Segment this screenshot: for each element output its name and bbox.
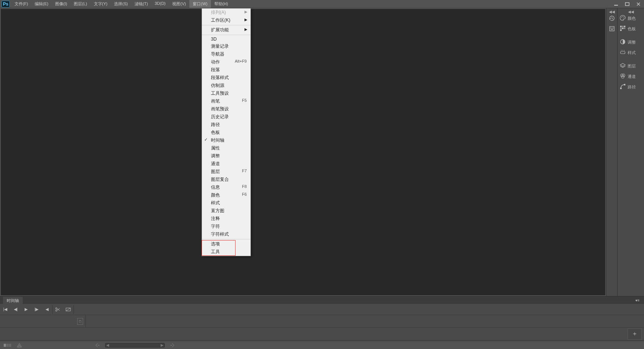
color-icon [620, 15, 626, 22]
menu-type[interactable]: 文字(Y) [91, 0, 111, 8]
svg-line-5 [612, 18, 613, 19]
menu-item-属性[interactable]: 属性 [202, 144, 250, 152]
svg-rect-6 [610, 26, 614, 31]
panel-styles[interactable]: 样式 [618, 47, 644, 58]
menu-item-信息[interactable]: 信息F8 [202, 183, 250, 191]
menu-item-工作区k[interactable]: 工作区(K)▶ [202, 16, 250, 24]
layers-icon [620, 63, 626, 69]
menu-layer[interactable]: 图层(L) [70, 0, 90, 8]
zoom-slider[interactable]: ◀▶ [105, 343, 165, 348]
close-button[interactable] [633, 0, 644, 8]
menu-3d[interactable]: 3D(D) [151, 0, 169, 8]
menu-item-扩展功能[interactable]: 扩展功能▶ [202, 26, 250, 34]
minimize-button[interactable] [610, 0, 622, 8]
svg-rect-37 [6, 344, 9, 347]
menu-item-排列a: 排列(A)▶ [202, 9, 250, 16]
panel-adjustments[interactable]: 调整 [618, 37, 644, 47]
track-collapse-icon[interactable]: □ [77, 318, 83, 325]
zoom-out-icon[interactable] [93, 343, 102, 348]
menu-item-段落样式[interactable]: 段落样式 [202, 74, 250, 82]
prev-frame-icon[interactable]: ◀| [10, 305, 21, 314]
svg-point-12 [624, 17, 624, 18]
svg-rect-15 [624, 26, 625, 27]
svg-rect-21 [621, 51, 625, 54]
panel-column: ◀◀ 颜色色板调整样式图层通道路径 [617, 8, 644, 296]
menu-filter[interactable]: 滤镜(T) [131, 0, 151, 8]
menu-item-直方图[interactable]: 直方图 [202, 207, 250, 215]
svg-rect-19 [620, 29, 622, 31]
audio-preview-icon[interactable]: ◀ [42, 305, 52, 314]
svg-rect-29 [624, 84, 625, 85]
panel-color[interactable]: 颜色 [618, 13, 644, 23]
transition-icon[interactable] [63, 305, 73, 314]
svg-line-32 [57, 309, 60, 311]
menu-image[interactable]: 图像(I) [52, 0, 70, 8]
maximize-button[interactable] [622, 0, 633, 8]
panel-menu-icon[interactable]: ▾≡ [635, 298, 640, 302]
zoom-in-icon[interactable] [168, 343, 177, 348]
properties-icon[interactable] [606, 23, 617, 34]
menu-item-图层复合[interactable]: 图层复合 [202, 176, 250, 183]
paths-icon [620, 84, 626, 90]
menu-item-字符样式[interactable]: 字符样式 [202, 230, 250, 238]
timecode-icon[interactable] [3, 343, 12, 348]
menu-item-路径[interactable]: 路径 [202, 121, 250, 129]
panel-paths[interactable]: 路径 [618, 82, 644, 92]
menu-item-测量记录[interactable]: 测量记录 [202, 43, 250, 50]
iconbar-left: ◀◀ [606, 8, 617, 296]
channels-icon [620, 73, 626, 80]
menu-item-调整[interactable]: 调整 [202, 152, 250, 160]
app-logo: Ps [0, 0, 11, 8]
menu-item-画笔预设[interactable]: 画笔预设 [202, 105, 250, 113]
menu-item-画笔[interactable]: 画笔F5 [202, 97, 250, 105]
menu-item-图层[interactable]: 图层F7 [202, 168, 250, 176]
menu-help[interactable]: 帮助(H) [211, 0, 231, 8]
menu-item-动作[interactable]: 动作Alt+F9 [202, 58, 250, 66]
collapse-arrow-icon[interactable]: ◀◀ [606, 10, 617, 13]
menu-item-历史记录[interactable]: 历史记录 [202, 113, 250, 121]
timeline-panel: 时间轴 ▾≡ |◀ ◀| ▶ |▶ ◀ □ ＋ [0, 296, 644, 341]
menu-item-注释[interactable]: 注释 [202, 215, 250, 223]
timeline-tab[interactable]: 时间轴 [3, 297, 23, 304]
swatches-icon [620, 25, 626, 32]
next-frame-icon[interactable]: |▶ [31, 305, 42, 314]
svg-line-35 [66, 308, 70, 311]
menu-item-字符[interactable]: 字符 [202, 223, 250, 230]
add-media-button[interactable]: ＋ [628, 328, 642, 340]
panel-channels[interactable]: 通道 [618, 71, 644, 82]
render-icon[interactable] [15, 343, 24, 348]
menu-window[interactable]: 窗口(W) [189, 0, 211, 8]
menu-item-样式[interactable]: 样式 [202, 199, 250, 207]
play-icon[interactable]: ▶ [21, 305, 31, 314]
menu-item-仿制源[interactable]: 仿制源 [202, 82, 250, 89]
menu-item-颜色[interactable]: 颜色F6 [202, 191, 250, 199]
menu-file[interactable]: 文件(F) [11, 0, 31, 8]
menu-item-导航器[interactable]: 导航器 [202, 50, 250, 58]
svg-rect-1 [625, 3, 629, 6]
menubar: Ps 文件(F) 编辑(E) 图像(I) 图层(L) 文字(Y) 选择(S) 滤… [0, 0, 644, 8]
menu-view[interactable]: 视图(V) [169, 0, 189, 8]
goto-first-frame-icon[interactable]: |◀ [0, 305, 10, 314]
panel-label: 图层 [628, 63, 636, 69]
menu-item-时间轴[interactable]: ✓时间轴 [202, 136, 250, 144]
menu-item-工具预设[interactable]: 工具预设 [202, 89, 250, 97]
svg-point-30 [56, 308, 57, 309]
menu-item-工具[interactable]: 工具 [202, 248, 250, 256]
menu-item-3d[interactable]: 3D [202, 36, 250, 43]
panel-label: 路径 [628, 84, 636, 90]
panel-layers[interactable]: 图层 [618, 61, 644, 71]
history-icon[interactable] [606, 13, 617, 23]
svg-rect-16 [620, 28, 622, 29]
panel-label: 色板 [628, 26, 636, 32]
panel-swatches[interactable]: 色板 [618, 23, 644, 34]
collapse-arrow-icon[interactable]: ◀◀ [618, 10, 644, 13]
menu-edit[interactable]: 编辑(E) [31, 0, 52, 8]
menu-select[interactable]: 选择(S) [111, 0, 131, 8]
menu-item-选项[interactable]: 选项 [202, 240, 250, 248]
panel-label: 调整 [628, 40, 636, 45]
menu-item-段落[interactable]: 段落 [202, 66, 250, 74]
menu-item-色板[interactable]: 色板 [202, 129, 250, 136]
panel-label: 通道 [628, 74, 636, 79]
split-clip-icon[interactable] [53, 305, 63, 314]
menu-item-通道[interactable]: 通道 [202, 160, 250, 168]
